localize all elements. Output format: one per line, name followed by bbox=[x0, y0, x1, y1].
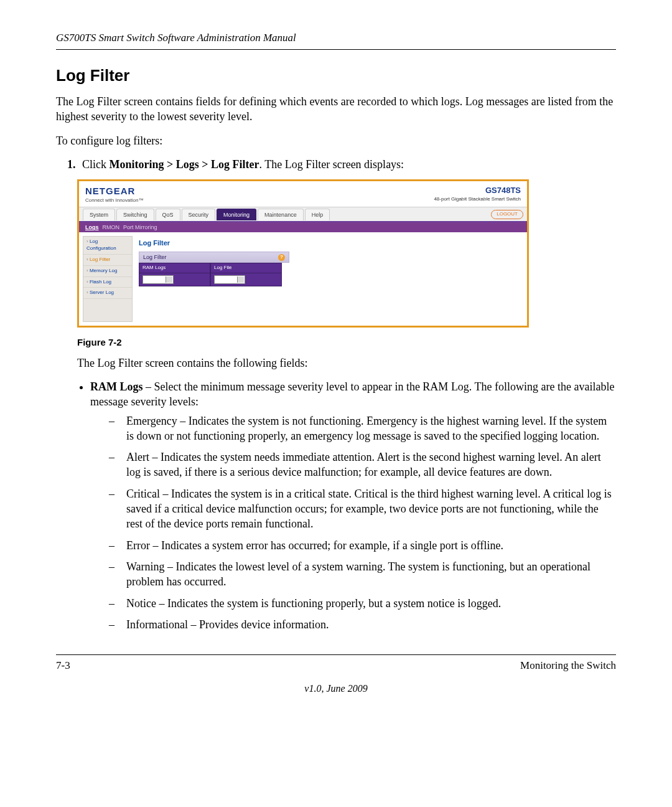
step-number: 1. bbox=[67, 157, 82, 172]
severity-item: Notice – Indicates the system is functio… bbox=[109, 596, 616, 611]
severity-item: Error – Indicates a system error has occ… bbox=[109, 538, 616, 553]
subtab-logs[interactable]: Logs bbox=[85, 224, 99, 231]
panel-subheader: Log Filter ? bbox=[139, 252, 289, 263]
tab-maintenance[interactable]: Maintenance bbox=[258, 209, 304, 220]
tab-system[interactable]: System bbox=[83, 209, 115, 220]
step-1: 1. Click Monitoring > Logs > Log Filter.… bbox=[67, 157, 616, 172]
page-number: 7-3 bbox=[56, 659, 70, 673]
after-figure-text: The Log Filter screen contains the follo… bbox=[77, 356, 616, 370]
page-footer: 7-3 Monitoring the Switch bbox=[56, 659, 616, 673]
main-panel: Log Filter Log Filter ? RAM Logs Log Fil… bbox=[136, 232, 527, 326]
sidebar: Log ConfigurationLog FilterMemory LogFla… bbox=[83, 236, 133, 322]
product-desc: 48-port Gigabit Stackable Smart Switch bbox=[434, 196, 521, 203]
col-log-file: Log File bbox=[210, 263, 282, 273]
tab-monitoring[interactable]: Monitoring bbox=[217, 209, 256, 220]
intro-paragraph: The Log Filter screen contains fields fo… bbox=[56, 94, 616, 125]
severity-item: Warning – Indicates the lowest level of … bbox=[109, 559, 616, 590]
top-rule bbox=[56, 49, 616, 50]
main-tabs: SystemSwitchingQoSSecurityMonitoringMain… bbox=[79, 207, 527, 222]
subtab-rmon[interactable]: RMON bbox=[103, 224, 120, 231]
panel-title: Log Filter bbox=[139, 238, 522, 248]
log-file-select[interactable] bbox=[214, 275, 245, 284]
field-headers: RAM Logs Log File bbox=[139, 263, 282, 273]
help-icon[interactable]: ? bbox=[278, 254, 285, 261]
tab-security[interactable]: Security bbox=[182, 209, 216, 220]
footer-version: v1.0, June 2009 bbox=[56, 682, 616, 696]
ram-logs-bullet: RAM Logs – Select the minimum message se… bbox=[90, 379, 616, 632]
product-model: GS748TS bbox=[485, 186, 521, 195]
severity-item: Alert – Indicates the system needs immed… bbox=[109, 450, 616, 480]
bottom-rule bbox=[56, 654, 616, 655]
brand-logo: NETGEAR bbox=[85, 186, 135, 196]
subtab-port-mirroring[interactable]: Port Mirroring bbox=[123, 224, 157, 231]
product-block: GS748TS 48-port Gigabit Stackable Smart … bbox=[434, 185, 521, 202]
severity-item: Critical – Indicates the system is in a … bbox=[109, 486, 616, 532]
configure-line: To configure log filters: bbox=[56, 133, 616, 148]
sub-tabs: LogsRMONPort Mirroring bbox=[79, 222, 527, 232]
severity-list: Emergency – Indicates the system is not … bbox=[90, 413, 616, 633]
tab-switching[interactable]: Switching bbox=[116, 209, 154, 220]
brand-block: NETGEAR Connect with Innovation™ bbox=[85, 185, 143, 204]
figure-screenshot: NETGEAR Connect with Innovation™ GS748TS… bbox=[77, 179, 529, 328]
tab-qos[interactable]: QoS bbox=[156, 209, 180, 220]
figure-caption: Figure 7-2 bbox=[77, 336, 616, 349]
logout-button[interactable]: LOGOUT bbox=[491, 210, 523, 219]
brand-tagline: Connect with Innovation™ bbox=[85, 197, 143, 204]
severity-item: Informational – Provides device informat… bbox=[109, 617, 616, 632]
ram-logs-select[interactable] bbox=[142, 275, 174, 284]
severity-item: Emergency – Indicates the system is not … bbox=[109, 413, 616, 444]
step-text: Click Monitoring > Logs > Log Filter. Th… bbox=[82, 157, 616, 172]
sidebar-item-memory-log[interactable]: Memory Log bbox=[83, 266, 132, 277]
col-ram-logs: RAM Logs bbox=[139, 263, 210, 273]
running-header: GS700TS Smart Switch Software Administra… bbox=[56, 31, 616, 45]
section-heading: Log Filter bbox=[56, 65, 616, 87]
tab-help[interactable]: Help bbox=[305, 209, 330, 220]
field-list: RAM Logs – Select the minimum message se… bbox=[90, 379, 616, 632]
sidebar-item-log-filter[interactable]: Log Filter bbox=[83, 255, 132, 266]
sidebar-item-flash-log[interactable]: Flash Log bbox=[83, 277, 132, 288]
field-inputs bbox=[139, 273, 282, 286]
sidebar-item-log-configuration[interactable]: Log Configuration bbox=[83, 237, 132, 255]
sidebar-item-server-log[interactable]: Server Log bbox=[83, 288, 132, 299]
chapter-name: Monitoring the Switch bbox=[520, 659, 616, 673]
